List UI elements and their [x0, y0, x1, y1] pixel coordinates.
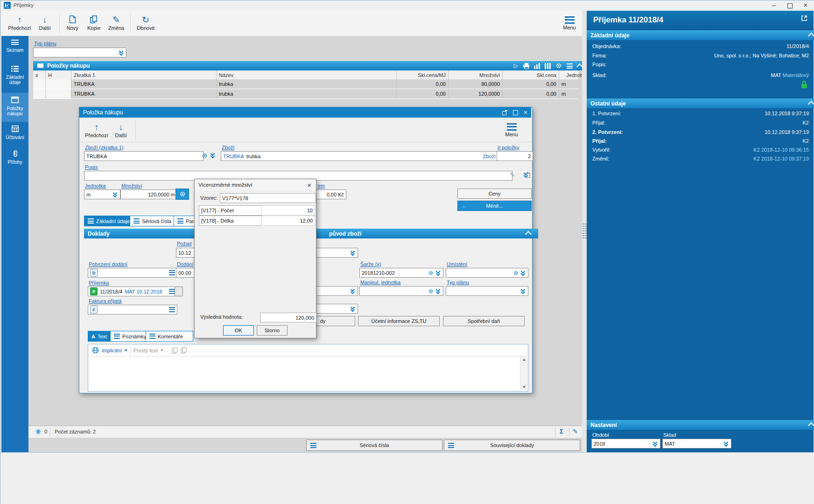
- prev-button[interactable]: ↑Předchozí: [6, 12, 33, 34]
- tab-komentare[interactable]: Komentáře: [146, 331, 193, 342]
- col-cena-mj[interactable]: Skl.cena/MJ: [397, 70, 449, 79]
- dropdown-icon[interactable]: [436, 288, 441, 294]
- faktura-label[interactable]: Faktura přijatá: [89, 298, 121, 304]
- col-h[interactable]: H: [46, 70, 71, 79]
- minimize-button[interactable]: –: [766, 0, 782, 11]
- popis-label[interactable]: Popis: [85, 164, 98, 170]
- polozky-input[interactable]: 2: [497, 151, 533, 161]
- popout-icon[interactable]: [800, 14, 808, 23]
- copy-button[interactable]: Kopie: [84, 12, 104, 34]
- row-value[interactable]: K2 2018-12-10 09:37:19: [753, 156, 809, 161]
- manipul-input[interactable]: [359, 286, 443, 296]
- lookup-gear-icon[interactable]: [428, 288, 434, 294]
- sarze-input[interactable]: 20181210-002: [359, 268, 443, 278]
- spotrebni-dan-button[interactable]: Spotřební daň: [443, 316, 525, 326]
- lookup-gear-icon[interactable]: [428, 270, 434, 276]
- manipul-label[interactable]: Manipul. jednotka: [360, 280, 400, 285]
- col-cena[interactable]: Skl.cena: [503, 70, 559, 79]
- storno-button[interactable]: Storno: [257, 325, 288, 336]
- columns-icon[interactable]: [545, 63, 551, 69]
- prijemka-input[interactable]: P 11/2018/4 MAT 10.12.2018: [88, 287, 177, 296]
- multi-qty-gear-button[interactable]: [175, 189, 189, 200]
- umisteni-label[interactable]: Umístění: [447, 261, 467, 267]
- potvrzeni-label[interactable]: Potvrzení dodání: [89, 261, 127, 267]
- sidebar-item-seznam[interactable]: Seznam: [1, 40, 28, 53]
- mnozstvi-input[interactable]: 120,0000 m: [120, 189, 177, 199]
- sidebar-item-zakladni-udaje[interactable]: Základní údaje: [1, 66, 28, 85]
- collapse-icon[interactable]: [808, 33, 814, 39]
- mene-button[interactable]: ← Méně...: [457, 201, 532, 211]
- dropdown-icon[interactable]: [113, 192, 118, 197]
- section-zakladni-header[interactable]: Základní údaje: [587, 30, 814, 40]
- zbozi-inline-link[interactable]: Zboží: [483, 154, 496, 159]
- qty-var-name[interactable]: [V177] - Počet: [199, 205, 266, 216]
- sum-icon[interactable]: Σ: [560, 428, 563, 435]
- paste-icon[interactable]: [172, 347, 178, 354]
- dodani-label[interactable]: Dodání: [177, 261, 193, 267]
- ucetni-informace-button[interactable]: Účetní informace ZS,TU: [358, 316, 440, 326]
- umisteni-input[interactable]: [446, 268, 528, 278]
- editor-content[interactable]: [88, 357, 520, 390]
- sidebar-item-prilohy[interactable]: Přílohy: [1, 150, 28, 165]
- col-mnozstvi[interactable]: Množství: [449, 70, 503, 79]
- dropdown-icon[interactable]: [351, 288, 356, 294]
- qty-var-value[interactable]: 10: [261, 205, 315, 216]
- dock-icon[interactable]: [502, 110, 507, 115]
- lookup-gear-icon[interactable]: [513, 270, 519, 276]
- paste-special-icon[interactable]: [181, 347, 187, 354]
- plain-text-button[interactable]: Prostý text: [133, 348, 158, 353]
- collapse-icon[interactable]: [808, 422, 814, 429]
- col-s[interactable]: s: [33, 70, 46, 79]
- tab-zakladni-udaje[interactable]: Základní údaje: [84, 216, 136, 226]
- typ-planu-label[interactable]: Typ plánu: [34, 41, 56, 46]
- faktura-input[interactable]: F: [88, 305, 177, 315]
- dropdown-icon[interactable]: [211, 153, 216, 158]
- prijemka-label[interactable]: Příjemka: [89, 280, 109, 286]
- qty-var-name[interactable]: [V178] - Délka: [199, 216, 266, 226]
- zbozi-label[interactable]: Zboží: [222, 145, 235, 150]
- tab-seriova-cisla[interactable]: Sériová čísla: [130, 216, 180, 226]
- row-value[interactable]: K2 2018-12-10 09:36:15: [753, 147, 809, 153]
- edit-pencil-icon[interactable]: ✎: [573, 428, 578, 435]
- zbozi-zkratka-input[interactable]: TRUBKA: [84, 151, 204, 161]
- pozadovane-label[interactable]: Požad: [177, 241, 191, 246]
- dropdown-icon[interactable]: [351, 306, 356, 312]
- jednotka-label[interactable]: Jednotka: [85, 183, 106, 189]
- trash-icon[interactable]: [525, 172, 530, 179]
- splitter[interactable]: [582, 11, 587, 452]
- section-ostatni-header[interactable]: Ostatní údaje: [587, 98, 814, 108]
- mnozstvi-label[interactable]: Množství: [121, 183, 142, 189]
- seriova-cisla-button[interactable]: Sériová čísla: [306, 440, 442, 451]
- ok-button[interactable]: OK: [223, 325, 254, 336]
- editor-scrollbar[interactable]: [520, 357, 527, 390]
- collapse-icon[interactable]: [808, 101, 814, 107]
- dialog-prev-button[interactable]: ↑Předchozí: [83, 119, 110, 141]
- col-nazev[interactable]: Název: [217, 70, 397, 79]
- typplanu-input[interactable]: [446, 286, 528, 296]
- prijemka-extra-button[interactable]: [175, 287, 183, 296]
- polozky-label[interactable]: # položky: [498, 145, 519, 150]
- prijemka-link[interactable]: MAT 10.12.2018: [125, 289, 162, 294]
- change-button[interactable]: ✎Změna: [105, 12, 127, 34]
- print-icon[interactable]: [523, 63, 529, 69]
- lookup-menu-icon[interactable]: [169, 307, 175, 312]
- dialog-menu-button[interactable]: Menu: [499, 119, 524, 141]
- dialog-next-button[interactable]: ↓Další: [110, 119, 132, 141]
- implicit-language-button[interactable]: implicitní: [102, 348, 122, 353]
- scroll-up-button[interactable]: [520, 357, 527, 363]
- snowflake-icon[interactable]: [35, 428, 42, 436]
- grid-menu-icon[interactable]: [567, 63, 573, 69]
- typ-planu-combo[interactable]: [33, 48, 126, 57]
- scroll-down-button[interactable]: [520, 384, 527, 390]
- maximize-icon[interactable]: [513, 110, 518, 115]
- table-row[interactable]: TRUBKA trubka 0,00 80,0000 0,00 m D P F: [33, 79, 578, 89]
- dropdown-icon[interactable]: [724, 441, 729, 447]
- sklad-combo[interactable]: MAT: [662, 439, 731, 448]
- new-button[interactable]: Nový: [62, 12, 83, 34]
- maximize-button[interactable]: [782, 0, 798, 11]
- typplanu-label[interactable]: Typ plánu: [447, 280, 469, 285]
- celkem-label-fragment[interactable]: em: [318, 183, 325, 189]
- dropdown-icon[interactable]: [351, 250, 356, 256]
- zbozi-input[interactable]: TRUBKA trubka Zboží: [221, 151, 498, 161]
- lookup-gear-icon[interactable]: [202, 153, 208, 160]
